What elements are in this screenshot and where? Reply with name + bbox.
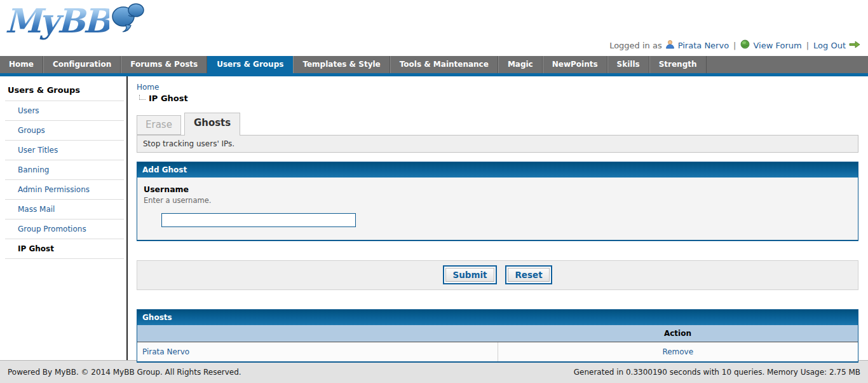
sidebar-title: Users & Groups bbox=[5, 80, 124, 101]
table-row: Pirata Nervo Remove bbox=[137, 342, 858, 362]
breadcrumb: Home IP Ghost bbox=[137, 83, 858, 103]
reset-button[interactable]: Reset bbox=[505, 265, 552, 284]
speech-bubble-icon bbox=[111, 3, 145, 35]
content: Home IP Ghost Erase Ghosts Stop tracking… bbox=[128, 76, 868, 360]
nav-item-magic[interactable]: Magic bbox=[498, 56, 543, 73]
main-area: Users & Groups Users Groups User Titles … bbox=[0, 76, 868, 360]
breadcrumb-current: IP Ghost bbox=[137, 94, 858, 103]
ghost-username-cell: Pirata Nervo bbox=[137, 342, 498, 362]
logged-in-as-label: Logged in as bbox=[609, 41, 662, 50]
mybb-logo-text: MyBB bbox=[5, 1, 109, 41]
sidebar: Users & Groups Users Groups User Titles … bbox=[0, 76, 128, 360]
login-info: Logged in as Pirata Nervo | View Forum |… bbox=[609, 39, 860, 51]
form-button-bar: Submit Reset bbox=[137, 260, 858, 290]
ghosts-panel: Ghosts Action Pirata Nervo Remove bbox=[137, 309, 858, 363]
green-arrow-right-icon bbox=[849, 41, 860, 50]
globe-icon bbox=[740, 39, 750, 51]
nav-item-templates-style[interactable]: Templates & Style bbox=[293, 56, 390, 73]
sidebar-item-ip-ghost: IP Ghost bbox=[5, 239, 124, 259]
sidebar-item-groups[interactable]: Groups bbox=[5, 121, 124, 141]
sidebar-item-admin-permissions[interactable]: Admin Permissions bbox=[5, 180, 124, 200]
username-input[interactable] bbox=[161, 213, 356, 227]
add-ghost-panel-header: Add Ghost bbox=[137, 162, 858, 178]
nav-item-configuration[interactable]: Configuration bbox=[43, 56, 121, 73]
ghosts-table: Action Pirata Nervo Remove bbox=[137, 325, 858, 361]
nav-item-forums-posts[interactable]: Forums & Posts bbox=[121, 56, 207, 73]
log-out-link[interactable]: Log Out bbox=[813, 41, 846, 50]
tab-bar: Erase Ghosts bbox=[137, 113, 858, 135]
nav-item-strength[interactable]: Strength bbox=[649, 56, 707, 73]
username-field-label: Username bbox=[144, 185, 851, 194]
footer-stats: Generated in 0.3300190 seconds with 10 q… bbox=[574, 368, 860, 377]
view-forum-link[interactable]: View Forum bbox=[753, 41, 801, 50]
tab-erase[interactable]: Erase bbox=[137, 115, 181, 135]
remove-link[interactable]: Remove bbox=[662, 347, 693, 356]
username-link[interactable]: Pirata Nervo bbox=[678, 41, 729, 50]
ghost-username-link[interactable]: Pirata Nervo bbox=[142, 347, 189, 356]
nav-item-users-groups[interactable]: Users & Groups bbox=[207, 56, 293, 73]
separator: | bbox=[733, 41, 736, 50]
separator: | bbox=[806, 41, 809, 50]
sidebar-item-banning[interactable]: Banning bbox=[5, 160, 124, 180]
sidebar-item-mass-mail[interactable]: Mass Mail bbox=[5, 200, 124, 219]
ghosts-table-header-row: Action bbox=[137, 325, 858, 342]
header: MyBB Logged in as Pirata Nervo bbox=[0, 0, 868, 56]
main-nav: Home Configuration Forums & Posts Users … bbox=[0, 56, 868, 73]
add-ghost-panel-body: Username Enter a username. bbox=[137, 178, 858, 240]
nav-item-skills[interactable]: Skills bbox=[607, 56, 649, 73]
tree-connector-icon bbox=[139, 95, 146, 100]
mybb-logo: MyBB bbox=[5, 1, 145, 41]
nav-item-newpoints[interactable]: NewPoints bbox=[543, 56, 607, 73]
breadcrumb-home-link[interactable]: Home bbox=[137, 83, 159, 92]
footer: Powered By MyBB. © 2014 MyBB Group. All … bbox=[0, 360, 868, 383]
ghosts-panel-header: Ghosts bbox=[137, 310, 858, 325]
nav-item-home[interactable]: Home bbox=[0, 56, 43, 73]
tab-description: Stop tracking users' IPs. bbox=[137, 135, 858, 153]
ghost-action-cell: Remove bbox=[498, 342, 858, 362]
sidebar-item-user-titles[interactable]: User Titles bbox=[5, 141, 124, 160]
submit-button[interactable]: Submit bbox=[443, 265, 496, 284]
user-icon bbox=[665, 39, 675, 51]
footer-copyright: Powered By MyBB. © 2014 MyBB Group. All … bbox=[8, 368, 241, 377]
action-column-header: Action bbox=[498, 325, 858, 342]
add-ghost-panel: Add Ghost Username Enter a username. bbox=[137, 162, 858, 241]
sidebar-item-users[interactable]: Users bbox=[5, 101, 124, 121]
username-column-header bbox=[137, 325, 498, 342]
sidebar-item-group-promotions[interactable]: Group Promotions bbox=[5, 219, 124, 239]
page-title: IP Ghost bbox=[149, 94, 188, 103]
username-field-description: Enter a username. bbox=[144, 196, 851, 205]
nav-item-tools-maintenance[interactable]: Tools & Maintenance bbox=[390, 56, 498, 73]
tab-ghosts[interactable]: Ghosts bbox=[184, 113, 240, 136]
